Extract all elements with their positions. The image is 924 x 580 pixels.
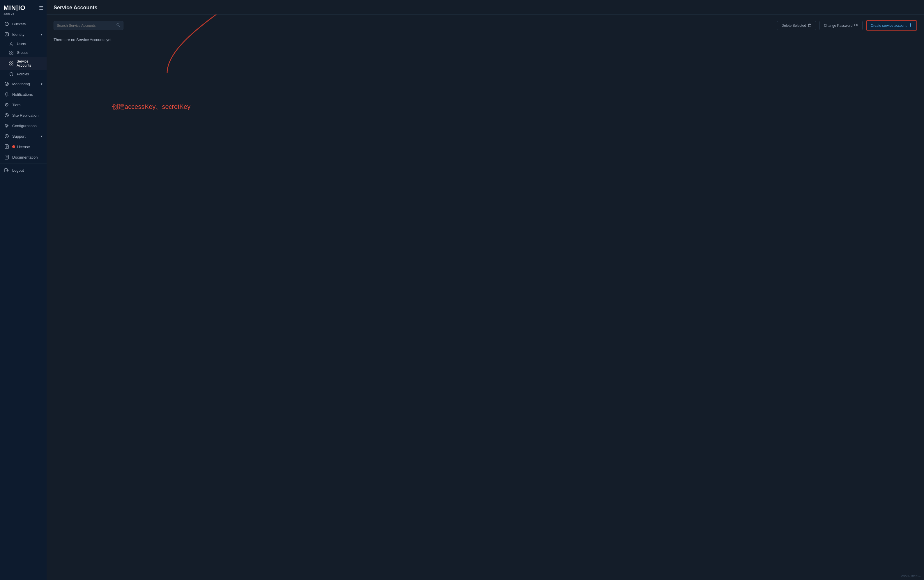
sidebar-item-monitoring[interactable]: Monitoring ▾	[0, 79, 46, 89]
change-password-button[interactable]: Change Password	[820, 21, 863, 30]
sidebar-item-policies[interactable]: Policies	[0, 70, 46, 79]
svg-point-15	[5, 114, 8, 117]
svg-rect-11	[12, 64, 13, 65]
svg-rect-6	[10, 53, 11, 54]
svg-point-13	[6, 83, 8, 85]
logo: MIN|IO	[3, 4, 26, 12]
page-header: Service Accounts	[46, 0, 924, 15]
tiers-icon	[4, 102, 9, 107]
hamburger-icon[interactable]: ☰	[39, 5, 43, 11]
search-input[interactable]	[57, 23, 114, 28]
trash-icon	[808, 23, 812, 28]
buckets-icon	[4, 21, 9, 26]
configurations-icon	[4, 124, 9, 128]
service-accounts-icon	[9, 61, 14, 66]
create-service-account-label: Create service account	[871, 23, 906, 28]
sidebar-item-license[interactable]: License	[0, 142, 46, 152]
sidebar-item-notifications[interactable]: Notifications	[0, 89, 46, 99]
change-password-label: Change Password	[824, 23, 852, 28]
monitoring-icon	[4, 81, 9, 86]
sidebar-nav: Buckets Identity ▾ Users Groups	[0, 19, 46, 580]
sidebar-item-tiers[interactable]: Tiers	[0, 99, 46, 110]
identity-icon	[4, 32, 9, 37]
sidebar-label-monitoring: Monitoring	[12, 82, 30, 86]
notifications-icon	[4, 92, 9, 97]
sidebar-label-service-accounts: Service Accounts	[16, 59, 43, 68]
annotation-text: 创建accessKey、secretKey	[112, 102, 190, 111]
svg-rect-24	[808, 25, 811, 27]
svg-rect-9	[12, 62, 13, 63]
sidebar: MIN|IO ☰ AGPL v3 Buckets Identity ▾ User…	[0, 0, 46, 580]
sidebar-item-support[interactable]: Support ▾	[0, 131, 46, 142]
monitoring-expand-icon: ▾	[41, 82, 43, 86]
license-icon	[4, 144, 9, 149]
sidebar-label-policies: Policies	[17, 72, 29, 76]
sidebar-label-groups: Groups	[17, 51, 28, 55]
sidebar-label-logout: Logout	[12, 168, 24, 173]
sidebar-item-logout[interactable]: Logout	[0, 165, 46, 175]
sidebar-label-users: Users	[17, 42, 26, 46]
key-icon	[854, 23, 858, 28]
svg-point-23	[117, 23, 119, 26]
sidebar-label-identity: Identity	[12, 32, 25, 37]
content-area: Delete Selected Change Password Create s…	[46, 15, 924, 580]
svg-point-17	[6, 125, 8, 127]
svg-point-19	[6, 136, 7, 137]
identity-expand-icon: ▾	[41, 33, 43, 36]
sidebar-label-configurations: Configurations	[12, 124, 37, 128]
sidebar-item-configurations[interactable]: Configurations	[0, 120, 46, 131]
policies-icon	[9, 72, 14, 76]
sidebar-logo-area: MIN|IO ☰	[0, 0, 46, 13]
license-badge	[12, 145, 15, 148]
nav-divider	[0, 163, 46, 164]
sidebar-label-notifications: Notifications	[12, 92, 33, 97]
sidebar-item-documentation[interactable]: Documentation	[0, 152, 46, 162]
documentation-icon	[4, 155, 9, 160]
svg-rect-8	[10, 62, 11, 63]
support-expand-icon: ▾	[41, 134, 43, 138]
sidebar-item-identity[interactable]: Identity ▾	[0, 29, 46, 40]
logout-icon	[4, 168, 9, 173]
svg-point-18	[5, 134, 8, 138]
svg-point-12	[5, 82, 8, 86]
svg-rect-4	[10, 51, 11, 53]
delete-selected-label: Delete Selected	[781, 23, 806, 28]
empty-state-message: There are no Service Accounts yet.	[54, 35, 917, 44]
watermark: CSDN @R02.hu	[901, 575, 921, 578]
sidebar-label-license: License	[12, 145, 30, 149]
support-icon	[4, 134, 9, 138]
search-icon	[116, 23, 120, 28]
svg-rect-5	[12, 51, 13, 53]
sidebar-item-buckets[interactable]: Buckets	[0, 19, 46, 29]
sidebar-label-support: Support	[12, 134, 26, 138]
create-service-account-button[interactable]: Create service account	[866, 20, 917, 31]
svg-point-2	[6, 33, 7, 35]
plus-icon	[908, 23, 912, 28]
svg-rect-10	[10, 64, 11, 65]
toolbar: Delete Selected Change Password Create s…	[54, 20, 917, 31]
search-box[interactable]	[54, 21, 124, 30]
sidebar-item-groups[interactable]: Groups	[0, 48, 46, 57]
sidebar-label-documentation: Documentation	[12, 155, 38, 160]
page-title: Service Accounts	[54, 5, 917, 11]
logo-subtitle: AGPL v3	[0, 13, 46, 16]
site-replication-icon	[4, 113, 9, 117]
sidebar-item-users[interactable]: Users	[0, 40, 46, 48]
users-icon	[9, 42, 14, 46]
sidebar-item-service-accounts[interactable]: Service Accounts	[0, 57, 46, 70]
sidebar-label-buckets: Buckets	[12, 22, 26, 26]
sidebar-item-site-replication[interactable]: Site Replication	[0, 110, 46, 120]
svg-point-16	[6, 115, 8, 116]
delete-selected-button[interactable]: Delete Selected	[777, 21, 816, 30]
sidebar-label-site-replication: Site Replication	[12, 113, 38, 117]
svg-rect-7	[12, 53, 13, 54]
sidebar-label-tiers: Tiers	[12, 103, 20, 107]
svg-point-3	[11, 43, 12, 44]
main-content: Service Accounts Delete Selected Change …	[46, 0, 924, 580]
groups-icon	[9, 51, 14, 55]
